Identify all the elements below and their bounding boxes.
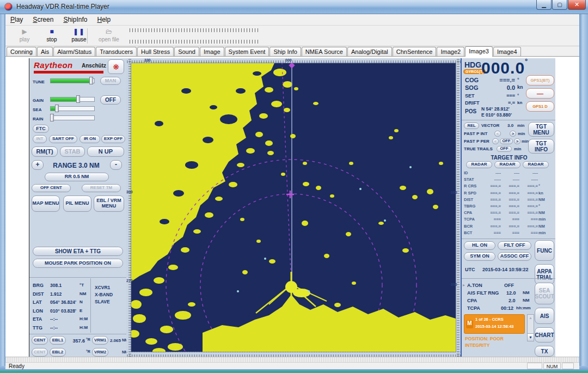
play-button[interactable]: ▶ play [12, 27, 37, 45]
cent2-button[interactable]: CENT [32, 348, 48, 357]
radar-column-button-2[interactable]: RADAR [494, 161, 520, 168]
chart-button[interactable]: CHART [535, 327, 554, 343]
ir-on-button[interactable]: IR ON [79, 135, 100, 143]
radar-column-button-3[interactable]: RADAR [523, 161, 549, 168]
range-label: RANGE 3.0 NM [47, 162, 106, 169]
arpa-trial-button[interactable]: ARPA TRIAL [535, 264, 554, 285]
tab-system-event[interactable]: System Event [225, 47, 270, 56]
tab-image[interactable]: Image [200, 47, 224, 56]
func-button[interactable]: FUNC [535, 240, 554, 261]
tab-image2[interactable]: Image2 [437, 47, 464, 56]
brilliance-button[interactable]: ❋ [108, 59, 124, 74]
sea-knob[interactable] [55, 105, 59, 112]
gps-source-button-0[interactable]: GPS1(BT) [526, 75, 554, 85]
stab-button[interactable]: STAB [60, 146, 85, 157]
filt-off-button[interactable]: FILT OFF [498, 241, 531, 250]
ais-alert-box[interactable]: M 1 of 26 - CCRS 2015-03-14 12:58:43 [464, 314, 525, 334]
past-pper-dec-button[interactable]: < [492, 138, 499, 144]
exp-off-button[interactable]: EXP OFF [101, 135, 125, 143]
tab-analog-digital[interactable]: Analog/Digital [347, 47, 392, 56]
range-plus-button[interactable]: + [32, 160, 44, 170]
stop-button[interactable]: ■ stop [39, 27, 64, 45]
off-cent-button[interactable]: OFF CENT [32, 184, 71, 192]
int-button[interactable]: INT [33, 135, 47, 143]
vrm2-button[interactable]: VRM2 [92, 348, 108, 357]
gain-knob[interactable] [76, 95, 80, 103]
tab-ship-info[interactable]: Ship Info [270, 47, 301, 56]
radar-ppi-panel: 330 000 300 270 060 090 [126, 58, 461, 357]
title-bar[interactable]: Headway VDR Real-time Player ▁ ▢ ✕ [0, 0, 588, 14]
pause-button[interactable]: ❚❚ pause [66, 27, 91, 45]
pil-menu-button[interactable]: PIL MENU [63, 195, 91, 212]
alert-scroll-up-icon[interactable]: ▲ [528, 316, 534, 320]
rosette-icon: ❋ [113, 63, 119, 71]
show-eta-ttg-button[interactable]: SHOW ETA + TTG [33, 247, 123, 256]
gain-slider[interactable] [50, 97, 95, 102]
maximize-button[interactable]: ▢ [552, 0, 567, 10]
tab-sound[interactable]: Sound [174, 47, 199, 56]
toolbar: ▶ play ■ stop ❚❚ pause 🗁 open file [5, 26, 579, 46]
tab-transducers[interactable]: Transducers [96, 47, 137, 56]
close-button[interactable]: ✕ [568, 0, 586, 10]
tab-nmea-source[interactable]: NMEA Source [302, 47, 347, 56]
menu-shipinfo[interactable]: ShipInfo [58, 15, 92, 25]
gps-source-button-1[interactable]: — [526, 88, 554, 99]
menu-play[interactable]: Play [5, 15, 28, 25]
ais-button[interactable]: AIS [535, 308, 554, 324]
alert-scroll-down-icon[interactable]: ▼ [528, 333, 534, 341]
minimize-button[interactable]: ▁ [536, 0, 552, 10]
tab-hull-stress[interactable]: Hull Stress [137, 47, 174, 56]
tx-button[interactable]: TX [535, 346, 554, 357]
menu-help[interactable]: Help [92, 15, 115, 25]
menu-screen[interactable]: Screen [28, 15, 58, 25]
tab-ais[interactable]: Ais [37, 47, 53, 56]
past-pper-inc-button[interactable]: > [514, 138, 520, 144]
tab-conning[interactable]: Conning [7, 47, 36, 56]
ebl2-button[interactable]: EBL2 [50, 348, 66, 357]
gps-source-button-2[interactable]: GPS1 D [526, 101, 554, 112]
horizontal-scrollbar[interactable] [5, 357, 579, 362]
ebl-vrm-menu-button[interactable]: EBL / VRM MENU [94, 195, 124, 212]
radar-column-button-1[interactable]: RADAR [466, 161, 492, 168]
open-folder-icon: 🗁 [94, 27, 124, 36]
tab-alarm-status[interactable]: Alarm/Status [53, 47, 95, 56]
sea-slider[interactable] [50, 106, 95, 111]
tab-chnsentence[interactable]: ChnSentence [393, 47, 437, 56]
hl-on-button[interactable]: HL ON [464, 241, 495, 250]
alert-line1: 1 of 26 - CCRS [475, 317, 504, 322]
rm-t-button[interactable]: RM(T) [32, 146, 58, 157]
tab-image4[interactable]: Image4 [493, 47, 521, 56]
ftc-button[interactable]: FTC [33, 125, 49, 133]
sea-scout-button[interactable]: SEA SCOUT [535, 283, 554, 304]
tab-image3[interactable]: Image3 [465, 46, 493, 57]
status-cell-empty2 [562, 363, 574, 369]
true-trails-off-button[interactable]: OFF [497, 146, 512, 152]
tune-knob[interactable] [89, 77, 93, 84]
n-up-button[interactable]: N UP [87, 146, 124, 157]
alert-scrollbar[interactable]: ▲ ▼ [527, 314, 534, 341]
tgt-info-button[interactable]: TGT INFO [528, 139, 554, 154]
vrm1-button[interactable]: VRM1 [92, 336, 108, 345]
open-file-button[interactable]: 🗁 open file [94, 27, 124, 45]
ebl1-button[interactable]: EBL1 [50, 336, 66, 345]
sym-on-button[interactable]: SYM ON [464, 252, 495, 261]
off-button[interactable]: OFF [100, 95, 121, 105]
map-menu-button[interactable]: MAP MENU [32, 195, 60, 212]
mouse-park-button[interactable]: MOUSE PARK POSITION ON [33, 259, 123, 268]
tgt-menu-button[interactable]: TGT MENU [528, 122, 554, 137]
past-pint-inc-button[interactable]: > [510, 131, 516, 137]
man-button[interactable]: MAN [100, 77, 121, 85]
past-pint-dec-button[interactable]: < [494, 131, 501, 137]
range-minus-button[interactable]: - [110, 160, 122, 170]
rain-knob[interactable] [50, 114, 54, 121]
tune-slider[interactable] [50, 78, 95, 83]
cent1-button[interactable]: CENT [32, 336, 48, 345]
reset-tm-button[interactable]: RESET TM [82, 184, 121, 192]
range-rings-button[interactable]: RR 0.5 NM [45, 173, 109, 181]
assoc-off-button[interactable]: ASSOC OFF [498, 252, 531, 261]
radar-ppi[interactable] [126, 58, 461, 357]
sart-off-button[interactable]: SART OFF [49, 135, 77, 143]
rel-button[interactable]: REL [464, 123, 479, 129]
past-pper-off-button[interactable]: OFF [500, 138, 513, 144]
rain-slider[interactable] [50, 115, 95, 120]
